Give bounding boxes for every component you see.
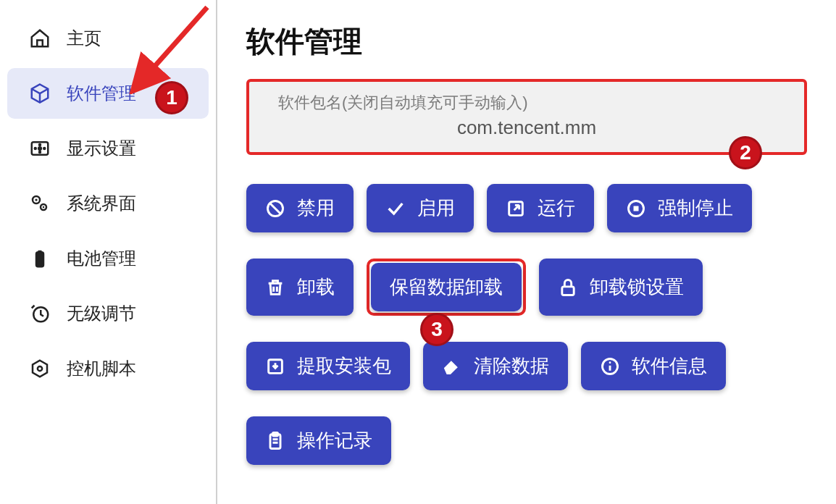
sidebar-item-label: 显示设置 bbox=[67, 137, 136, 160]
main-panel: 软件管理 软件包名(关闭自动填充可手动输入) com.tencent.mm 禁用… bbox=[217, 0, 836, 504]
svg-point-4 bbox=[39, 144, 41, 146]
uninstall-lock-button[interactable]: 卸载锁设置 bbox=[539, 259, 703, 316]
button-label: 操作记录 bbox=[297, 428, 372, 453]
svg-point-7 bbox=[35, 198, 37, 201]
home-icon bbox=[28, 26, 52, 51]
eraser-icon bbox=[442, 356, 462, 377]
launch-icon bbox=[506, 198, 526, 219]
svg-point-2 bbox=[35, 148, 36, 149]
annotation-arrow-icon bbox=[120, 0, 214, 94]
button-label: 强制停止 bbox=[658, 196, 733, 221]
package-icon bbox=[28, 81, 52, 106]
trash-icon bbox=[265, 277, 285, 298]
annotation-badge-1: 1 bbox=[155, 81, 188, 114]
svg-point-13 bbox=[38, 366, 42, 371]
sidebar-item-label: 控机脚本 bbox=[67, 357, 136, 380]
svg-point-25 bbox=[609, 361, 611, 364]
download-icon bbox=[265, 356, 285, 377]
sidebar-item-script[interactable]: 控机脚本 bbox=[7, 343, 209, 394]
sidebar-item-label: 系统界面 bbox=[67, 192, 136, 215]
svg-point-9 bbox=[43, 206, 45, 209]
package-input-label: 软件包名(关闭自动填充可手动输入) bbox=[278, 92, 775, 114]
button-label: 软件信息 bbox=[632, 353, 707, 379]
button-label: 保留数据卸载 bbox=[390, 274, 503, 300]
svg-point-5 bbox=[39, 151, 41, 153]
clipboard-icon bbox=[265, 431, 285, 451]
ban-icon bbox=[265, 198, 285, 219]
force-stop-button[interactable]: 强制停止 bbox=[607, 184, 752, 232]
button-label: 卸载锁设置 bbox=[590, 274, 684, 300]
info-icon bbox=[600, 356, 620, 377]
button-label: 禁用 bbox=[297, 196, 335, 221]
display-icon bbox=[28, 136, 52, 161]
keep-data-uninstall-button[interactable]: 保留数据卸载 bbox=[371, 263, 522, 311]
svg-rect-18 bbox=[634, 206, 639, 211]
gears-icon bbox=[28, 191, 52, 216]
run-button[interactable]: 运行 bbox=[487, 184, 594, 232]
annotation-badge-3: 3 bbox=[420, 313, 453, 346]
lock-icon bbox=[558, 277, 578, 298]
button-label: 卸载 bbox=[297, 274, 335, 300]
svg-rect-10 bbox=[36, 252, 43, 266]
app-info-button[interactable]: 软件信息 bbox=[581, 342, 726, 390]
op-log-button[interactable]: 操作记录 bbox=[246, 416, 391, 465]
highlight-box-3: 保留数据卸载 bbox=[367, 259, 526, 316]
stop-icon bbox=[626, 198, 646, 219]
svg-rect-11 bbox=[38, 251, 42, 253]
clear-data-button[interactable]: 清除数据 bbox=[423, 342, 568, 390]
annotation-badge-2: 2 bbox=[729, 136, 762, 169]
check-icon bbox=[385, 198, 406, 219]
package-input-box[interactable]: 软件包名(关闭自动填充可手动输入) com.tencent.mm bbox=[246, 79, 807, 155]
uninstall-button[interactable]: 卸载 bbox=[246, 259, 354, 316]
sidebar-item-battery[interactable]: 电池管理 bbox=[7, 233, 209, 284]
extract-apk-button[interactable]: 提取安装包 bbox=[246, 342, 410, 390]
sidebar-item-stepless[interactable]: 无级调节 bbox=[7, 288, 209, 339]
disable-button[interactable]: 禁用 bbox=[246, 184, 354, 232]
sidebar-item-display[interactable]: 显示设置 bbox=[7, 123, 209, 174]
hexagon-icon bbox=[28, 356, 52, 381]
battery-icon bbox=[28, 246, 52, 271]
svg-point-1 bbox=[38, 147, 41, 150]
sidebar-item-label: 主页 bbox=[67, 27, 101, 50]
svg-line-31 bbox=[149, 7, 207, 72]
enable-button[interactable]: 启用 bbox=[367, 184, 474, 232]
clock-icon bbox=[28, 301, 52, 326]
sidebar-item-label: 无级调节 bbox=[67, 302, 136, 325]
svg-line-15 bbox=[269, 203, 280, 214]
button-label: 提取安装包 bbox=[297, 353, 391, 379]
page-title: 软件管理 bbox=[246, 22, 807, 62]
sidebar-item-label: 电池管理 bbox=[67, 247, 136, 270]
sidebar-item-system-ui[interactable]: 系统界面 bbox=[7, 178, 209, 229]
action-buttons: 禁用 启用 运行 强制停止 bbox=[246, 184, 807, 465]
svg-rect-21 bbox=[562, 286, 574, 295]
button-label: 清除数据 bbox=[474, 353, 549, 379]
package-input-value: com.tencent.mm bbox=[278, 117, 775, 139]
button-label: 启用 bbox=[417, 196, 455, 221]
svg-point-3 bbox=[43, 148, 45, 149]
button-label: 运行 bbox=[538, 196, 575, 221]
